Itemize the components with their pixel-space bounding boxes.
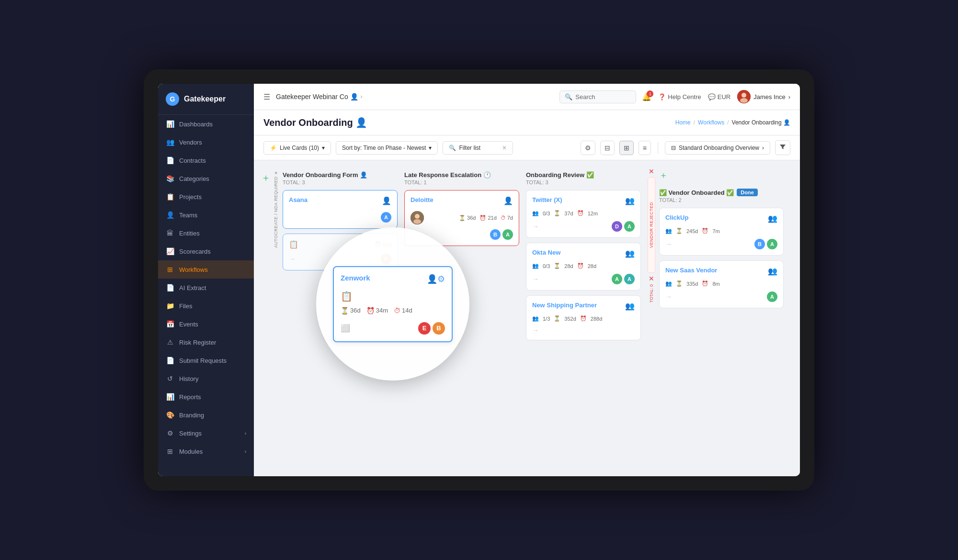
company-chevron: ›: [361, 93, 363, 100]
live-cards-button[interactable]: ⚡ Live Cards (10) ▾: [263, 141, 331, 155]
settings-toolbar-button[interactable]: ⚙: [581, 141, 595, 155]
settings-chevron: ›: [245, 431, 246, 436]
card-asana[interactable]: Asana 👤 A: [283, 190, 398, 229]
breadcrumb-home[interactable]: Home: [675, 119, 691, 126]
toolbar-divider: [658, 142, 658, 154]
zoom-card-zenwork[interactable]: Zenwork 👤⚙ 📋 ⏳ 36d ⏰: [333, 266, 453, 342]
sidebar-logo: G Gatekeeper: [158, 84, 254, 115]
device-frame: G Gatekeeper 📊 Dashboards 👥 Vendors 📄 Co…: [144, 69, 814, 491]
breadcrumb-current: Vendor Onboarding 👤: [732, 119, 790, 126]
x-icon-bottom: ✕: [649, 275, 654, 282]
sidebar-item-modules[interactable]: ⊞ Modules ›: [158, 442, 254, 460]
col2-title: Late Response Escalation 🕐: [404, 171, 519, 179]
submit-icon: 📄: [166, 357, 174, 364]
sidebar-item-categories[interactable]: 📚 Categories: [158, 169, 254, 188]
vendor-rejected-wrapper: ✕ VENDOR REJECTED ✕ TOTAL: 0: [648, 168, 655, 469]
sidebar-item-label: Modules: [179, 448, 203, 455]
teams-icon: 👤: [166, 211, 174, 219]
svg-point-1: [741, 93, 746, 98]
notification-button[interactable]: 🔔 1: [642, 92, 651, 101]
col4-right: ＋ ✅ Vendor Onboarded ✅ Done TOTAL: 2: [659, 168, 784, 469]
sidebar-item-label: Contracts: [179, 157, 206, 164]
currency-icon: 💬: [708, 93, 716, 101]
sidebar-item-workflows[interactable]: ⊞ Workflows: [158, 260, 254, 279]
help-button[interactable]: ❓ Help Centre: [658, 93, 701, 101]
asana-footer: A: [289, 212, 391, 223]
saas-title: New Saas Vendor: [665, 267, 717, 274]
shipping-person-icon: 👥: [625, 302, 635, 311]
filter-clear[interactable]: ✕: [502, 145, 507, 151]
sidebar-item-branding[interactable]: 🎨 Branding: [158, 406, 254, 424]
hourglass-icon: ⏳: [459, 215, 466, 221]
sidebar-item-settings[interactable]: ⚙ Settings ›: [158, 424, 254, 442]
sidebar-item-teams[interactable]: 👤 Teams: [158, 206, 254, 224]
card-new-saas[interactable]: New Saas Vendor 👥 👥 ⏳335d ⏰8m: [659, 260, 784, 308]
sidebar-item-label: Risk Register: [179, 339, 216, 346]
sidebar-item-entities[interactable]: 🏛 Entities: [158, 224, 254, 242]
sidebar-item-ai-extract[interactable]: 📄 AI Extract: [158, 279, 254, 297]
sidebar-item-contracts[interactable]: 📄 Contracts: [158, 151, 254, 169]
okta-footer: → A A: [532, 274, 635, 284]
twitter-title: Twitter (X): [532, 196, 562, 203]
sidebar-item-history[interactable]: ↺ History: [158, 370, 254, 388]
saas-arrow: →: [665, 293, 672, 301]
sidebar-item-projects[interactable]: 📋 Projects: [158, 188, 254, 206]
col1-total: TOTAL: 3: [283, 179, 398, 185]
twitter-assignees: D A: [612, 221, 635, 232]
clickup-a: A: [767, 239, 777, 249]
sidebar-item-reports[interactable]: 📊 Reports: [158, 388, 254, 406]
col2-total: TOTAL: 1: [404, 179, 519, 185]
branding-icon: 🎨: [166, 411, 174, 419]
column-onboarding-review: Onboarding Review ✅ TOTAL: 3 Twitter (X)…: [526, 168, 641, 469]
sidebar-item-events[interactable]: 📅 Events: [158, 315, 254, 333]
deloitte-title: Deloitte: [411, 196, 433, 203]
standard-overview-button[interactable]: ⊟ Standard Onboarding Overview ›: [665, 141, 770, 155]
filter-input[interactable]: 🔍 Filter list ✕: [443, 141, 513, 155]
sidebar-item-scorecards[interactable]: 📈 Scorecards: [158, 242, 254, 260]
card-okta[interactable]: Okta New 👥 👥 0/3 ⏳28d ⏰28d →: [526, 243, 641, 291]
deloitte-stats: ⏳36d ⏰21d ⏱7d: [459, 215, 513, 221]
search-box[interactable]: 🔍 Search: [559, 90, 636, 103]
add-col4-button[interactable]: ＋: [659, 169, 668, 181]
view-kanban-button[interactable]: ⊞: [619, 141, 634, 155]
contracts-icon: 📄: [166, 157, 174, 164]
user-avatar: [737, 90, 751, 103]
view-split-button[interactable]: ⊟: [600, 141, 615, 155]
sidebar-item-risk-register[interactable]: ⚠ Risk Register: [158, 333, 254, 351]
card-clickup[interactable]: ClickUp 👥 👥 ⏳245d ⏰7m: [659, 208, 784, 256]
card-shipping[interactable]: New Shipping Partner 👥 👥 1/3 ⏳352d ⏰288d…: [526, 295, 641, 340]
workflows-icon: ⊞: [166, 266, 174, 273]
okta-title: Okta New: [532, 249, 560, 256]
filter-placeholder: Filter list: [459, 145, 480, 151]
filter-icon-button[interactable]: [775, 140, 790, 155]
card-twitter[interactable]: Twitter (X) 👥 👥 0/3 ⏳37d ⏰12m →: [526, 190, 641, 238]
sidebar-item-label: Scorecards: [179, 248, 211, 255]
menu-icon[interactable]: ☰: [263, 92, 270, 101]
sidebar-item-submit-requests[interactable]: 📄 Submit Requests: [158, 351, 254, 370]
breadcrumb-workflows[interactable]: Workflows: [698, 119, 724, 126]
saas-people-icon: 👥: [665, 280, 672, 287]
currency-selector[interactable]: 💬 EUR: [708, 93, 730, 101]
view-list-button[interactable]: ≡: [639, 141, 651, 155]
files-icon: 📁: [166, 302, 174, 310]
overview-icon: ⊟: [671, 145, 676, 151]
saas-person-icon: 👥: [768, 267, 777, 276]
sidebar-item-label: Vendors: [179, 139, 202, 146]
col3-cards: Twitter (X) 👥 👥 0/3 ⏳37d ⏰12m →: [526, 190, 641, 469]
shipping-arrow: →: [532, 326, 539, 334]
col4-title: ✅ Vendor Onboarded ✅ Done: [659, 189, 784, 196]
logo-icon: G: [166, 92, 179, 106]
deloitte-hourglass: ⏳36d: [459, 215, 476, 221]
twitter-person-icon: 👥: [625, 196, 635, 205]
zoom-overlay: Zenwork 👤⚙ 📋 ⏳ 36d ⏰: [316, 227, 469, 381]
sidebar-item-vendors[interactable]: 👥 Vendors: [158, 133, 254, 151]
sort-chevron: ▾: [429, 145, 432, 151]
company-selector[interactable]: Gatekeeper Webinar Co 👤 ›: [276, 93, 363, 101]
sidebar-item-files[interactable]: 📁 Files: [158, 297, 254, 315]
sort-button[interactable]: Sort by: Time on Phase - Newest ▾: [336, 141, 438, 155]
sidebar-item-label: Events: [179, 321, 198, 328]
add-column-1-button[interactable]: ＋: [261, 168, 271, 184]
sidebar-item-dashboards[interactable]: 📊 Dashboards: [158, 115, 254, 133]
user-menu[interactable]: James Ince ›: [737, 90, 790, 103]
forward-icon: →: [289, 255, 296, 263]
